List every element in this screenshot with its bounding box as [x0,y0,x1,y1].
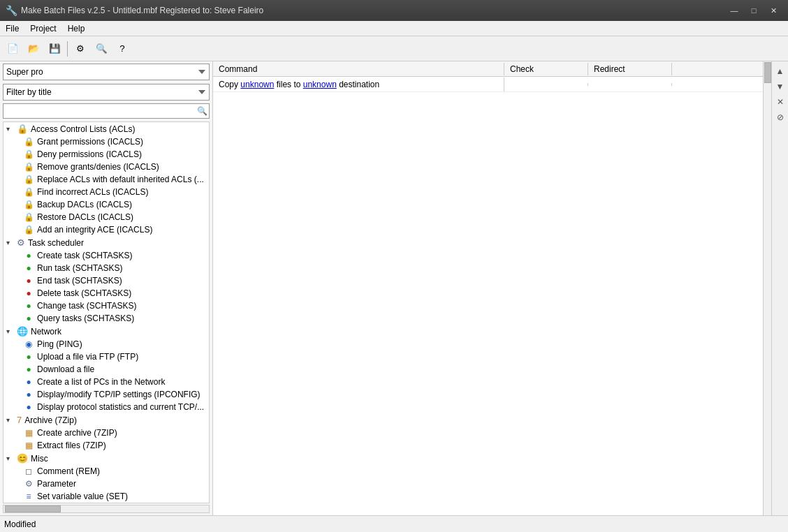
tree-item-label: Remove grants/denies (ICACLS) [37,162,159,172]
tree-item-icon: ▦ [23,441,34,450]
tree-item-icon: ◉ [23,339,34,349]
title-bar: 🔧 Make Batch Files v.2.5 - Untitled.mbf … [0,0,788,21]
tree-item-label: Find incorrect ACLs (ICACLS) [37,187,148,197]
minimize-button[interactable]: — [725,3,743,17]
col-command: Command [213,63,504,75]
extra-cell [672,83,763,86]
tree-item[interactable]: ▦Extract files (7ZIP) [3,439,209,452]
tree-item-label: Create task (SCHTASKS) [37,251,132,260]
right-panel: Command Check Redirect Copy unknown file… [213,61,763,515]
tree-item[interactable]: ●Display protocol statistics and current… [3,401,209,413]
command-cell: Copy unknown files to unknown destinatio… [213,77,504,91]
tree-group-icon: ⚙ [17,237,25,248]
tree-group-task-scheduler[interactable]: ▾⚙Task scheduler [3,236,209,249]
search-input[interactable] [3,104,195,118]
cancel-button[interactable]: ⊘ [773,110,787,124]
filter-select[interactable]: Filter by titleFilter by category [3,84,210,101]
tree-item-icon: ● [23,364,34,374]
tree-item-label: Add an integrity ACE (ICACLS) [37,225,152,235]
tree-group-label: Task scheduler [28,238,84,248]
tree-item[interactable]: 🔒Deny permissions (ICACLS) [3,148,209,161]
tree-toggle-icon: ▾ [6,327,15,335]
tree-group-label: Archive (7Zip) [24,415,77,425]
tree-item-label: Display protocol statistics and current … [37,402,204,412]
menu-item-project[interactable]: Project [24,22,61,35]
tree-item[interactable]: ●Download a file [3,363,209,376]
cmd-link-dest[interactable]: unknown [303,80,337,89]
tree-group-network[interactable]: ▾🌐Network [3,325,209,338]
tree-item[interactable]: 🔒Backup DACLs (ICACLS) [3,198,209,211]
tree-item[interactable]: 🔒Grant permissions (ICACLS) [3,135,209,148]
delete-row-button[interactable]: ✕ [773,95,787,109]
tree-group-icon: 7 [17,415,22,425]
tree-scrollbar-horizontal[interactable] [3,505,210,513]
tree-item[interactable]: ⚙Parameter [3,478,209,490]
save-button[interactable]: 💾 [45,39,64,59]
tree-item[interactable]: ●Create a list of PCs in the Network [3,376,209,388]
command-table: Command Check Redirect Copy unknown file… [213,61,763,515]
right-sidebar: ▲ ▼ ✕ ⊘ [771,61,788,515]
tree-item-icon: 🔒 [23,149,34,159]
tree-item[interactable]: ●End task (SCHTASKS) [3,274,209,287]
tree-toggle-icon: ▾ [6,239,15,246]
tree-item-icon: ● [23,301,34,311]
cmd-vscroll[interactable] [763,61,771,515]
tree-item[interactable]: ▦Create archive (7ZIP) [3,427,209,439]
tree-group-misc[interactable]: ▾😊Misc [3,452,209,465]
tree-item-label: Extract files (7ZIP) [37,441,106,450]
tree-item[interactable]: ●Change task (SCHTASKS) [3,300,209,312]
tree-item[interactable]: ≡Set variable value (SET) [3,490,209,503]
tree-item-label: Download a file [37,364,94,374]
tree-item[interactable]: 🔒Find incorrect ACLs (ICACLS) [3,186,209,198]
command-body: Copy unknown files to unknown destinatio… [213,77,763,515]
tree-item[interactable]: ◻Comment (REM) [3,465,209,478]
find-button[interactable]: 🔍 [92,39,111,59]
tree-item[interactable]: ●Query tasks (SCHTASKS) [3,312,209,325]
open-button[interactable]: 📂 [24,39,43,59]
level-select[interactable]: BeginnerAdvancedSuper pro [3,64,210,80]
tree-item[interactable]: ●Upload a file via FTP (FTP) [3,350,209,363]
tree-item-icon: 🔒 [23,200,34,209]
tree-container[interactable]: ▾🔒Access Control Lists (ACLs)🔒Grant perm… [3,121,210,503]
tree-item[interactable]: ≡Declare a variable [3,503,209,503]
tree-item[interactable]: ●Run task (SCHTASKS) [3,262,209,274]
new-button[interactable]: 📄 [3,39,22,59]
tree-item[interactable]: ●Create task (SCHTASKS) [3,249,209,262]
tree-toggle-icon: ▾ [6,455,15,462]
tree-item[interactable]: 🔒Replace ACLs with default inherited ACL… [3,173,209,186]
menu-item-file[interactable]: File [0,22,24,35]
tree-item-label: Parameter [37,479,76,489]
scroll-up-button[interactable]: ▲ [773,64,787,78]
menu-item-help[interactable]: Help [62,22,91,35]
tree-item-label: Create a list of PCs in the Network [37,377,165,387]
tree-group-acl[interactable]: ▾🔒Access Control Lists (ACLs) [3,122,209,135]
settings-button[interactable]: ⚙ [71,39,90,59]
tree-item-label: Delete task (SCHTASKS) [37,288,131,298]
toolbar-separator [67,41,68,57]
tree-item-icon: 🔒 [23,187,34,197]
tree-item[interactable]: ●Delete task (SCHTASKS) [3,287,209,300]
tree-item[interactable]: 🔒Add an integrity ACE (ICACLS) [3,223,209,236]
search-icon-btn[interactable]: 🔍 [195,104,209,118]
close-button[interactable]: ✕ [764,3,782,17]
help-button[interactable]: ? [112,39,132,59]
scroll-down-button[interactable]: ▼ [773,80,787,94]
status-text: Modified [4,519,36,529]
main-layout: BeginnerAdvancedSuper pro Filter by titl… [0,61,788,515]
tree-group-archive[interactable]: ▾7Archive (7Zip) [3,413,209,427]
tree-item[interactable]: ●Display/modify TCP/IP settings (IPCONFI… [3,388,209,401]
tree-item[interactable]: 🔒Restore DACLs (ICACLS) [3,211,209,223]
tree-item-label: Set variable value (SET) [37,492,128,501]
tree-item-label: Grant permissions (ICACLS) [37,137,143,147]
tree-item-label: Comment (REM) [37,466,100,476]
tree-item-icon: ◻ [23,466,34,476]
tree-group-label: Misc [31,454,48,464]
cmd-link-source[interactable]: unknown [240,80,274,89]
col-check: Check [504,63,588,75]
maximize-button[interactable]: □ [745,3,763,17]
tree-item[interactable]: ◉Ping (PING) [3,338,209,350]
tree-item[interactable]: 🔒Remove grants/denies (ICACLS) [3,161,209,173]
table-row[interactable]: Copy unknown files to unknown destinatio… [213,77,763,92]
tree-group-icon: 🔒 [17,124,28,134]
tree-toggle-icon: ▾ [6,416,15,424]
